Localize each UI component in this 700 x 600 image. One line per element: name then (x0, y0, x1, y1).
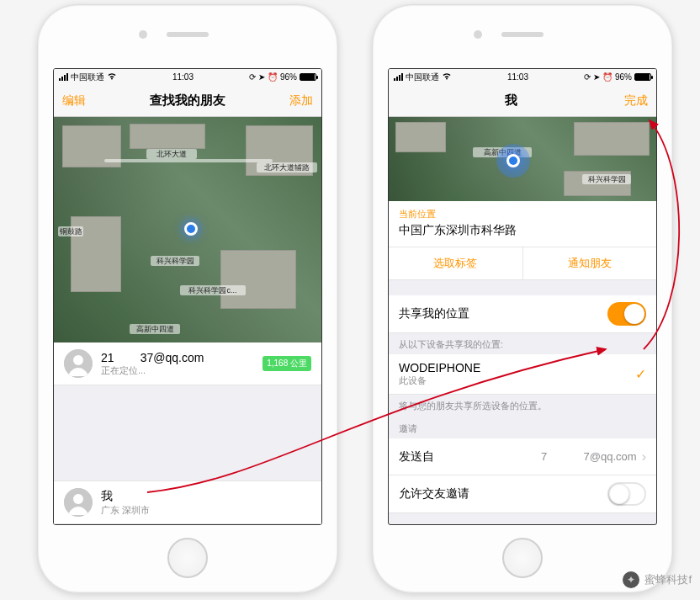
alarm-icon: ⏰ (268, 72, 278, 82)
share-location-label: 共享我的位置 (399, 306, 607, 321)
wechat-icon: ✦ (623, 571, 639, 588)
battery-percent: 96% (280, 72, 297, 82)
device-sub: 此设备 (399, 374, 635, 387)
status-bar: 中国联通 11:03 ⟳ ➤ ⏰ 96% (389, 69, 656, 85)
map-view[interactable]: 高新中四道 科兴科学园 (389, 117, 656, 201)
devices-header: 从以下设备共享我的位置: (389, 333, 656, 354)
allow-invite-label: 允许交友邀请 (399, 486, 607, 502)
edit-button[interactable]: 编辑 (62, 93, 86, 109)
poi-label: 科兴科学园 (151, 256, 199, 266)
avatar (64, 349, 93, 378)
allow-invite-row: 允许交友邀请 (389, 475, 656, 513)
nav-bar: 我 完成 (389, 85, 656, 117)
page-title: 我 (505, 93, 517, 109)
battery-icon (300, 73, 316, 81)
phone-left: 中国联通 11:03 ⟳ ➤ ⏰ 96% 编辑 查找我的朋友 添加 (37, 4, 338, 593)
camera-dot (139, 30, 147, 39)
done-button[interactable]: 完成 (624, 93, 648, 109)
screen-left: 中国联通 11:03 ⟳ ➤ ⏰ 96% 编辑 查找我的朋友 添加 (53, 68, 322, 525)
poi-label: 科兴科学园c... (180, 285, 246, 295)
share-location-toggle[interactable] (607, 302, 646, 326)
me-row[interactable]: 我 广东 深圳市 (54, 481, 321, 524)
choose-tag-button[interactable]: 选取标签 (389, 247, 523, 279)
poi-label: 科兴科学园 (582, 174, 631, 184)
send-from-row[interactable]: 发送自 7 7@qq.com › (389, 438, 656, 475)
my-location-dot (184, 222, 198, 236)
me-label: 我 (101, 489, 311, 504)
battery-icon (634, 73, 651, 81)
wifi-icon (107, 72, 117, 82)
road-label: 北环大道辅路 (257, 162, 317, 173)
current-location-address: 中国广东深圳市科华路 (399, 223, 646, 238)
camera-dot (474, 30, 482, 39)
speaker (501, 32, 544, 37)
wifi-icon (442, 72, 452, 82)
chevron-right-icon: › (642, 449, 646, 465)
road-label: 铜鼓路 (58, 226, 83, 236)
send-from-label: 发送自 (399, 449, 541, 465)
add-button[interactable]: 添加 (289, 93, 313, 109)
road-label: 北环大道 (146, 149, 197, 159)
orientation-lock-icon: ⟳ (584, 72, 591, 82)
location-icon: ➤ (593, 72, 600, 82)
home-button[interactable] (502, 538, 543, 578)
signal-icon (59, 73, 68, 81)
clock: 11:03 (172, 72, 194, 82)
distance-badge: 1,168 公里 (262, 356, 311, 371)
action-row: 选取标签 通知朋友 (389, 247, 656, 280)
allow-invite-toggle[interactable] (607, 482, 646, 506)
location-icon: ➤ (258, 72, 265, 82)
notify-friends-button[interactable]: 通知朋友 (523, 247, 657, 279)
orientation-lock-icon: ⟳ (249, 72, 256, 82)
map-view[interactable]: 北环大道 北环大道辅路 科兴科学园 科兴科学园c... 铜鼓路 高新中四道 (54, 117, 321, 342)
alarm-icon: ⏰ (602, 72, 612, 82)
device-name: WODEIPHONE (399, 361, 635, 374)
svg-point-3 (73, 494, 83, 504)
phone-right: 中国联通 11:03 ⟳ ➤ ⏰ 96% 我 完成 高新中四道 (372, 4, 673, 593)
status-bar: 中国联通 11:03 ⟳ ➤ ⏰ 96% (54, 69, 321, 85)
page-title: 查找我的朋友 (150, 93, 225, 109)
current-location-label: 当前位置 (399, 208, 646, 220)
screen-right: 中国联通 11:03 ⟳ ➤ ⏰ 96% 我 完成 高新中四道 (388, 68, 657, 525)
carrier-label: 中国联通 (406, 72, 439, 83)
send-from-value: 7 7@qq.com (541, 450, 637, 463)
friend-row[interactable]: 21 37@qq.com 正在定位... 1,168 公里 (54, 342, 321, 385)
invite-header: 邀请 (389, 417, 656, 438)
share-location-row: 共享我的位置 (389, 295, 656, 333)
signal-icon (394, 73, 403, 81)
nav-bar: 编辑 查找我的朋友 添加 (54, 85, 321, 117)
device-row[interactable]: WODEIPHONE 此设备 ✓ (389, 354, 656, 395)
svg-point-1 (73, 355, 83, 365)
speaker (167, 32, 209, 37)
road-label: 高新中四道 (130, 324, 180, 334)
my-location-dot (506, 154, 520, 167)
avatar (64, 488, 93, 517)
watermark: ✦ 蜜蜂科技f (623, 571, 692, 588)
me-location: 广东 深圳市 (101, 504, 311, 517)
devices-footer: 将与您的朋友共享所选设备的位置。 (389, 395, 656, 417)
home-button[interactable] (167, 538, 208, 578)
friend-name: 21 37@qq.com (101, 351, 262, 364)
checkmark-icon: ✓ (635, 366, 646, 382)
battery-percent: 96% (615, 72, 632, 82)
watermark-text: 蜜蜂科技f (644, 572, 692, 587)
clock: 11:03 (507, 72, 528, 82)
current-location-card: 当前位置 中国广东深圳市科华路 (389, 201, 656, 247)
friend-status: 正在定位... (101, 364, 262, 377)
carrier-label: 中国联通 (71, 72, 104, 83)
